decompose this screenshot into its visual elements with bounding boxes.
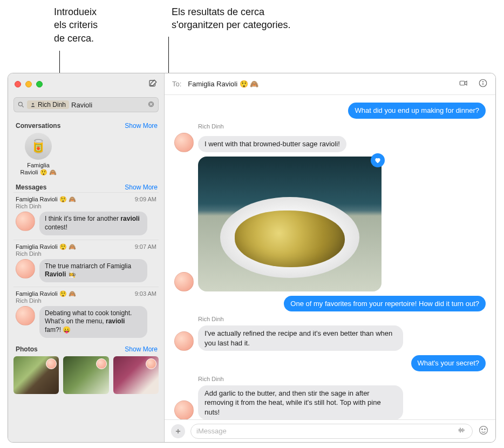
group-avatar-icon: 🥫 xyxy=(25,133,52,160)
result-sender: Rich Dinh xyxy=(16,250,42,257)
show-more-link[interactable]: Show More xyxy=(125,122,158,130)
message-input[interactable]: iMessage xyxy=(190,424,473,439)
show-more-link[interactable]: Show More xyxy=(125,184,158,191)
message-thread[interactable]: What did you end up making for dinner? R… xyxy=(165,95,495,419)
svg-point-7 xyxy=(480,426,488,435)
photo-result-thumb[interactable] xyxy=(63,356,108,394)
incoming-message[interactable]: Add garlic to the butter, and then stir … xyxy=(198,385,403,419)
avatar xyxy=(96,358,107,369)
avatar xyxy=(16,306,35,325)
result-snippet: I think it's time for another ravioli co… xyxy=(39,212,147,235)
callout-text: Introdueix xyxy=(54,5,173,18)
section-title: Conversations xyxy=(16,122,60,130)
compose-icon[interactable] xyxy=(148,79,158,90)
avatar xyxy=(16,259,35,279)
result-sender: Rich Dinh xyxy=(16,297,42,304)
avatar xyxy=(146,358,156,369)
minimize-window-button[interactable] xyxy=(25,81,32,87)
callout-text: de cerca. xyxy=(54,32,173,45)
apps-plus-button[interactable] xyxy=(171,424,185,438)
avatar xyxy=(174,272,194,291)
section-header-conversations: Conversations Show More xyxy=(8,119,164,131)
messages-window: Rich Dinh Ravioli Conversations Show Mor… xyxy=(8,73,496,443)
sender-name: Rich Dinh xyxy=(198,123,486,130)
callout-search-criteria: Introdueix els criteris de cerca. xyxy=(54,5,173,45)
callout-text: s'organitzen per categories. xyxy=(172,18,366,31)
svg-point-8 xyxy=(482,429,483,430)
conversation-subtitle: Ravioli 😲 🙈 xyxy=(20,169,56,176)
avatar xyxy=(16,212,35,231)
search-result-message[interactable]: Famiglia Ravioli 😲 🙈 Rich Dinh 9:03 AM D… xyxy=(13,287,159,342)
close-window-button[interactable] xyxy=(15,81,21,87)
outgoing-message[interactable]: One of my favorites from your repertoire… xyxy=(284,296,486,312)
zoom-window-button[interactable] xyxy=(36,81,43,87)
conversation-header: To: Famiglia Ravioli 😲 🙈 xyxy=(165,73,495,95)
details-info-icon[interactable] xyxy=(478,78,488,90)
input-placeholder: iMessage xyxy=(196,427,227,435)
photo-result-thumb[interactable] xyxy=(13,356,59,394)
clear-search-icon[interactable] xyxy=(147,100,155,110)
avatar xyxy=(174,331,194,351)
result-sender: Rich Dinh xyxy=(16,203,42,209)
section-header-photos: Photos Show More xyxy=(8,342,164,354)
outgoing-message[interactable]: What did you end up making for dinner? xyxy=(348,103,486,119)
facetime-video-icon[interactable] xyxy=(459,78,468,90)
result-time: 9:03 AM xyxy=(135,290,156,304)
search-query-text: Ravioli xyxy=(71,101,92,109)
result-time: 9:09 AM xyxy=(135,196,156,209)
svg-rect-4 xyxy=(460,81,465,85)
callout-text: els criteris xyxy=(54,18,173,31)
sender-name: Rich Dinh xyxy=(198,316,486,322)
svg-point-6 xyxy=(483,82,483,82)
result-snippet: The true matriarch of Famiglia Ravioli 👩… xyxy=(39,259,147,282)
incoming-message[interactable]: I've actually refined the recipe and it'… xyxy=(198,325,403,351)
message-composer: iMessage xyxy=(165,419,495,442)
conversation-name: Famiglia xyxy=(20,162,56,169)
conversation-title: Famiglia Ravioli 😲 🙈 xyxy=(188,80,258,88)
conversation-pane: To: Famiglia Ravioli 😲 🙈 What did you en… xyxy=(165,73,495,442)
outgoing-message[interactable]: What's your secret? xyxy=(411,355,486,371)
window-controls xyxy=(15,81,43,87)
title-bar xyxy=(8,73,164,95)
conversation-item[interactable]: 🥫 Famiglia Ravioli 😲 🙈 xyxy=(16,133,61,176)
search-icon xyxy=(17,101,25,108)
svg-point-2 xyxy=(32,103,33,105)
avatar xyxy=(174,133,194,152)
callout-text: Els resultats de cerca xyxy=(172,5,366,18)
sidebar: Rich Dinh Ravioli Conversations Show Mor… xyxy=(8,73,165,442)
section-header-messages: Messages Show More xyxy=(8,180,164,192)
incoming-message[interactable]: I went with that browned-butter sage rav… xyxy=(198,136,346,152)
svg-point-9 xyxy=(485,429,486,430)
sender-name: Rich Dinh xyxy=(198,376,486,382)
svg-point-1 xyxy=(18,102,22,106)
search-result-message[interactable]: Famiglia Ravioli 😲 🙈 Rich Dinh 9:09 AM I… xyxy=(13,192,159,239)
callout-categories: Els resultats de cerca s'organitzen per … xyxy=(172,5,366,32)
audio-message-icon[interactable] xyxy=(457,426,467,436)
result-chat-name: Famiglia Ravioli 😲 🙈 xyxy=(16,290,76,297)
search-token-person[interactable]: Rich Dinh xyxy=(27,100,69,109)
result-chat-name: Famiglia Ravioli 😲 🙈 xyxy=(16,243,76,250)
result-snippet: Debating what to cook tonight. What's on… xyxy=(39,306,147,338)
image-message[interactable] xyxy=(198,157,382,291)
search-result-message[interactable]: Famiglia Ravioli 😲 🙈 Rich Dinh 9:07 AM T… xyxy=(13,240,159,287)
to-label: To: xyxy=(172,80,181,88)
search-token-text: Rich Dinh xyxy=(38,101,66,108)
emoji-picker-icon[interactable] xyxy=(478,425,489,437)
section-title: Photos xyxy=(16,345,38,353)
show-more-link[interactable]: Show More xyxy=(125,345,158,353)
avatar xyxy=(46,358,57,369)
section-title: Messages xyxy=(16,184,46,191)
tapback-heart-icon[interactable] xyxy=(371,153,385,167)
photo-result-thumb[interactable] xyxy=(113,356,159,394)
avatar xyxy=(174,401,194,419)
result-chat-name: Famiglia Ravioli 😲 🙈 xyxy=(16,196,76,202)
result-time: 9:07 AM xyxy=(135,243,156,257)
search-input[interactable]: Rich Dinh Ravioli xyxy=(13,97,159,112)
